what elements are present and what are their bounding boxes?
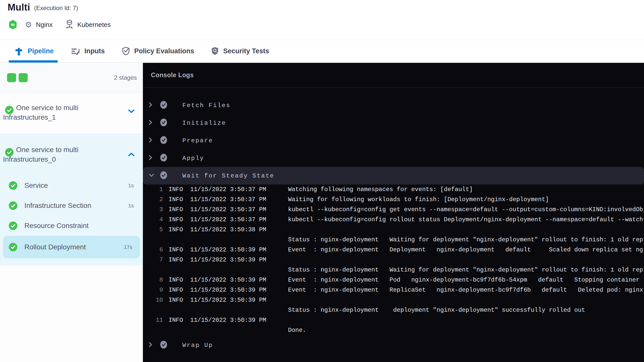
console-step-row[interactable]: Prepare — [143, 132, 644, 149]
log-line-number: 6 — [143, 245, 163, 255]
chevron-down-icon[interactable] — [128, 109, 135, 115]
log-level: INFO — [169, 275, 183, 285]
log-message: Done. — [288, 325, 644, 335]
log-message: Status : nginx-deployment Waiting for de… — [288, 235, 644, 245]
stage-success-square[interactable] — [7, 73, 16, 82]
log-timestamp: 11/15/2022 3:50:37 PM — [190, 185, 266, 195]
console-log-lines: 1 INFO 11/15/2022 3:50:37 PM Watching fo… — [143, 185, 644, 335]
log-level: INFO — [169, 285, 183, 295]
tab-inputs[interactable]: Inputs — [71, 40, 105, 62]
log-message: kubectl --kubeconfig=config get events -… — [288, 205, 644, 215]
tab-security-tests[interactable]: Security Tests — [211, 40, 269, 62]
stage-steps-list: Service 1s Infrastructure Section 1s — [0, 175, 143, 258]
log-line-number: 9 — [143, 285, 163, 295]
console-step-label: Wrap Up — [182, 342, 213, 349]
chevron-right-icon[interactable] — [148, 101, 153, 110]
tab-policy-evaluations[interactable]: Policy Evaluations — [122, 40, 194, 62]
console-step-row[interactable]: Fetch Files — [143, 97, 644, 114]
log-line: 8 INFO 11/15/2022 3:50:39 PM Event : ngi… — [143, 275, 644, 285]
console-step-row[interactable]: Apply — [143, 149, 644, 167]
stage-label: One service to multi Infrastructures_1 — [3, 103, 116, 122]
step-duration: 1s — [128, 183, 134, 189]
step-duration: 1s — [128, 203, 134, 209]
log-timestamp: 11/15/2022 3:50:39 PM — [190, 245, 266, 255]
step-success-check-icon — [160, 171, 167, 180]
log-line: 9 INFO 11/15/2022 3:50:39 PM Event : ngi… — [143, 285, 644, 295]
log-message: Status : nginx-deployment Waiting for de… — [288, 265, 644, 275]
log-line-number: 10 — [143, 295, 163, 305]
log-message: Event : nginx-deployment Deployment ngin… — [288, 245, 644, 255]
security-shield-icon — [211, 47, 219, 56]
chevron-up-icon[interactable] — [128, 152, 135, 158]
inputs-icon — [71, 47, 80, 55]
stage-step-row[interactable]: Infrastructure Section 1s — [0, 196, 143, 216]
stages-count: 2 stages — [114, 74, 137, 81]
console-step-row-active[interactable]: Wait for Steady State — [143, 167, 644, 185]
chevron-down-icon[interactable] — [148, 172, 155, 179]
step-label: Service — [24, 182, 48, 190]
chevron-right-icon[interactable] — [148, 136, 153, 145]
log-level: INFO — [169, 215, 183, 225]
log-message: Status : nginx-deployment deployment "ng… — [288, 305, 644, 315]
log-line-number: 8 — [143, 275, 163, 285]
kubernetes-icon — [66, 20, 73, 30]
pipeline-execution-page: Multi (Execution Id: 7) ∞ ⚙ Nginx — [0, 0, 644, 362]
log-line: 11 INFO 11/15/2022 3:50:39 PM — [143, 315, 644, 325]
log-line: 5 INFO 11/15/2022 3:50:38 PM — [143, 225, 644, 235]
log-level: INFO — [169, 295, 183, 305]
service-name: Nginx — [36, 21, 53, 29]
log-level: INFO — [169, 195, 183, 205]
stage-step-row[interactable]: Service 1s — [0, 175, 143, 196]
stage-step-row[interactable]: Resource Constraint — [0, 216, 143, 236]
log-line: 1 INFO 11/15/2022 3:50:37 PM Watching fo… — [143, 185, 644, 195]
log-timestamp: 11/15/2022 3:50:39 PM — [190, 285, 266, 295]
tab-pipeline[interactable]: Pipeline — [14, 40, 54, 62]
title-row: Multi (Execution Id: 7) — [8, 2, 78, 13]
pipeline-icon — [14, 47, 23, 56]
console-step-label: Apply — [182, 155, 204, 162]
log-line: 10 INFO 11/15/2022 3:50:39 PM — [143, 295, 644, 305]
step-success-check-icon — [160, 341, 167, 350]
step-label: Infrastructure Section — [24, 202, 91, 210]
console-steps-collapsed: Fetch Files — [143, 97, 644, 167]
log-line-number: 1 — [143, 185, 163, 195]
step-success-check-icon — [160, 101, 167, 110]
log-line-number: 4 — [143, 215, 163, 225]
stage-label: One service to multi Infrastructures_0 — [3, 145, 116, 164]
log-line-number: 7 — [143, 255, 163, 265]
log-line: 4 INFO 11/15/2022 3:50:37 PM kubectl --k… — [143, 215, 644, 225]
log-line-number: 11 — [143, 315, 163, 325]
log-timestamp: 11/15/2022 3:50:39 PM — [190, 275, 266, 285]
stage-item-infrastructures-0[interactable]: One service to multi Infrastructures_0 — [0, 134, 143, 175]
stage-step-row[interactable]: Rollout Deployment 17s — [3, 236, 140, 258]
success-check-icon — [9, 181, 17, 190]
log-timestamp: 11/15/2022 3:50:38 PM — [190, 225, 266, 235]
step-duration: 17s — [124, 244, 132, 250]
log-message: kubectl --kubeconfig=config rollout stat… — [288, 215, 644, 225]
log-level: INFO — [169, 225, 183, 235]
console-step-row[interactable]: Initialize — [143, 114, 644, 132]
success-check-icon — [9, 221, 17, 230]
console-title: Console Logs — [151, 71, 194, 79]
log-timestamp: 11/15/2022 3:50:39 PM — [190, 315, 266, 325]
stages-sidebar: 2 stages One service to multi Infrastruc… — [0, 63, 143, 362]
stage-success-square[interactable] — [19, 73, 28, 82]
log-line-number: 5 — [143, 225, 163, 235]
console-step-label: Fetch Files — [182, 102, 230, 109]
step-success-check-icon — [160, 136, 167, 145]
chevron-right-icon[interactable] — [148, 154, 153, 162]
log-line: 2 INFO 11/15/2022 3:50:37 PM Waiting for… — [143, 195, 644, 205]
log-line-number: 3 — [143, 205, 163, 215]
chevron-right-icon[interactable] — [148, 119, 153, 127]
execution-id: (Execution Id: 7) — [34, 4, 78, 12]
step-label: Resource Constraint — [24, 222, 89, 230]
chevron-right-icon[interactable] — [148, 341, 153, 349]
log-line-number: 2 — [143, 195, 163, 205]
tab-security-tests-label: Security Tests — [223, 47, 269, 55]
stage-item-infrastructures-1[interactable]: One service to multi Infrastructures_1 — [0, 93, 143, 134]
log-timestamp: 11/15/2022 3:50:39 PM — [190, 255, 266, 265]
log-message: Watching following namespaces for events… — [288, 185, 644, 195]
policy-shield-check-icon — [122, 47, 130, 56]
environment-name: Kubernetes — [77, 21, 111, 29]
console-step-row-wrap-up[interactable]: Wrap Up — [143, 336, 644, 354]
